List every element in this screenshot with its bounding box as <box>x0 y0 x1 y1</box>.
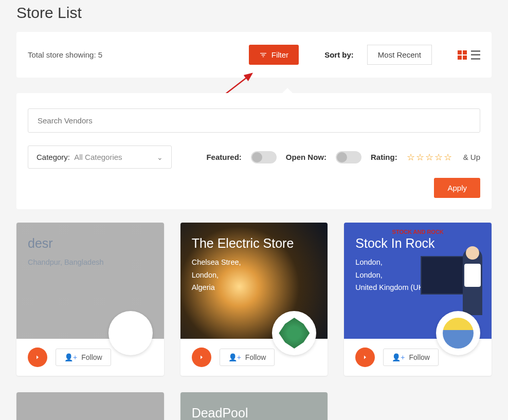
sort-select[interactable]: Most Recent <box>367 45 432 65</box>
follow-icon: 👤+ <box>228 353 241 361</box>
store-card-deadpool: DeadPool <box>180 392 328 420</box>
star-icon: ☆ <box>434 152 443 163</box>
store-card-stock: STOCK AND ROCK Stock In Rock London,Lond… <box>344 223 492 376</box>
category-label: Category: <box>37 153 70 161</box>
follow-button[interactable]: 👤+ Follow <box>383 349 439 366</box>
store-banner[interactable]: DeadPool <box>180 392 328 420</box>
star-icon: ☆ <box>425 152 433 163</box>
filter-icon <box>259 51 267 59</box>
star-icon: ☆ <box>416 152 424 163</box>
store-name: DeadPool <box>192 406 317 420</box>
total-showing-text: Total store showing: 5 <box>28 50 239 59</box>
rating-stars[interactable]: ☆ ☆ ☆ ☆ ☆ <box>407 152 452 163</box>
featured-label: Featured: <box>206 153 241 161</box>
follow-label: Follow <box>245 353 266 361</box>
follow-label: Follow <box>81 353 102 361</box>
list-view-icon[interactable] <box>471 50 480 60</box>
opennow-label: Open Now: <box>286 153 326 161</box>
sort-by-label: Sort by: <box>324 50 354 59</box>
follow-icon: 👤+ <box>64 353 77 361</box>
top-bar: Total store showing: 5 Filter Sort by: M… <box>16 32 492 78</box>
search-input[interactable] <box>28 108 480 133</box>
filter-button[interactable]: Filter <box>249 45 299 65</box>
avatar <box>108 311 153 355</box>
apply-button[interactable]: Apply <box>434 178 480 198</box>
category-select[interactable]: Category: All Categories ⌄ <box>28 145 172 169</box>
page-title: Store List <box>16 0 492 32</box>
chevron-down-icon: ⌄ <box>157 153 163 161</box>
stores-grid: desr Chandpur, Bangladesh 👤+ Follow The … <box>16 223 492 420</box>
visit-store-button[interactable] <box>28 348 47 367</box>
and-up-label: & Up <box>463 153 480 161</box>
store-name: desr <box>28 236 153 251</box>
star-icon: ☆ <box>444 152 452 163</box>
store-address: Chandpur, Bangladesh <box>28 256 153 269</box>
visit-store-button[interactable] <box>355 348 375 367</box>
store-name: The Electric Store <box>192 236 317 251</box>
follow-icon: 👤+ <box>392 353 405 361</box>
avatar <box>436 311 480 355</box>
follow-label: Follow <box>409 353 430 361</box>
filter-button-label: Filter <box>271 50 288 59</box>
store-card-electric: The Electric Store Chelsea Stree,London,… <box>180 223 328 376</box>
store-address: Chelsea Stree,London,Algeria <box>192 256 317 294</box>
follow-button[interactable]: 👤+ Follow <box>56 349 111 366</box>
store-card-blank <box>16 392 164 420</box>
featured-toggle[interactable] <box>251 151 277 163</box>
store-card-desr: desr Chandpur, Bangladesh 👤+ Follow <box>16 223 164 376</box>
visit-store-button[interactable] <box>192 348 211 367</box>
grid-view-icon[interactable] <box>458 50 467 60</box>
filter-panel: Category: All Categories ⌄ Featured: Ope… <box>16 93 492 209</box>
category-value: All Categories <box>74 153 122 161</box>
follow-button[interactable]: 👤+ Follow <box>220 349 275 366</box>
star-icon: ☆ <box>407 152 415 163</box>
store-banner[interactable] <box>16 392 164 420</box>
rating-label: Rating: <box>371 153 397 161</box>
opennow-toggle[interactable] <box>336 151 361 163</box>
avatar <box>272 311 316 355</box>
banner-badge: STOCK AND ROCK <box>392 229 444 235</box>
